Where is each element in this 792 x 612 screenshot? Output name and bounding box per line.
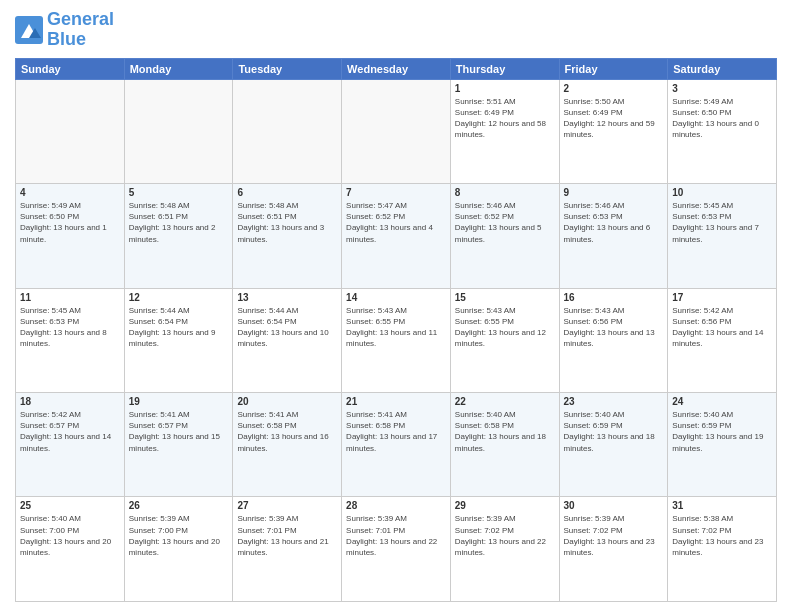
- day-number: 2: [564, 83, 664, 94]
- day-number: 25: [20, 500, 120, 511]
- calendar-cell: 20Sunrise: 5:41 AM Sunset: 6:58 PM Dayli…: [233, 393, 342, 497]
- calendar-cell: 28Sunrise: 5:39 AM Sunset: 7:01 PM Dayli…: [342, 497, 451, 602]
- cell-info: Sunrise: 5:40 AM Sunset: 6:58 PM Dayligh…: [455, 409, 555, 454]
- day-number: 19: [129, 396, 229, 407]
- cell-info: Sunrise: 5:48 AM Sunset: 6:51 PM Dayligh…: [237, 200, 337, 245]
- calendar-cell: 3Sunrise: 5:49 AM Sunset: 6:50 PM Daylig…: [668, 79, 777, 183]
- weekday-header-thursday: Thursday: [450, 58, 559, 79]
- calendar-cell: 4Sunrise: 5:49 AM Sunset: 6:50 PM Daylig…: [16, 184, 125, 288]
- cell-info: Sunrise: 5:48 AM Sunset: 6:51 PM Dayligh…: [129, 200, 229, 245]
- calendar-cell: 9Sunrise: 5:46 AM Sunset: 6:53 PM Daylig…: [559, 184, 668, 288]
- calendar-cell: 31Sunrise: 5:38 AM Sunset: 7:02 PM Dayli…: [668, 497, 777, 602]
- calendar-cell: 16Sunrise: 5:43 AM Sunset: 6:56 PM Dayli…: [559, 288, 668, 392]
- day-number: 27: [237, 500, 337, 511]
- cell-info: Sunrise: 5:45 AM Sunset: 6:53 PM Dayligh…: [672, 200, 772, 245]
- calendar-cell: 21Sunrise: 5:41 AM Sunset: 6:58 PM Dayli…: [342, 393, 451, 497]
- calendar-cell: [124, 79, 233, 183]
- calendar-cell: 22Sunrise: 5:40 AM Sunset: 6:58 PM Dayli…: [450, 393, 559, 497]
- day-number: 12: [129, 292, 229, 303]
- day-number: 31: [672, 500, 772, 511]
- cell-info: Sunrise: 5:39 AM Sunset: 7:01 PM Dayligh…: [237, 513, 337, 558]
- cell-info: Sunrise: 5:42 AM Sunset: 6:56 PM Dayligh…: [672, 305, 772, 350]
- calendar-cell: 13Sunrise: 5:44 AM Sunset: 6:54 PM Dayli…: [233, 288, 342, 392]
- calendar-cell: 17Sunrise: 5:42 AM Sunset: 6:56 PM Dayli…: [668, 288, 777, 392]
- cell-info: Sunrise: 5:46 AM Sunset: 6:52 PM Dayligh…: [455, 200, 555, 245]
- cell-info: Sunrise: 5:39 AM Sunset: 7:01 PM Dayligh…: [346, 513, 446, 558]
- day-number: 26: [129, 500, 229, 511]
- calendar-cell: 19Sunrise: 5:41 AM Sunset: 6:57 PM Dayli…: [124, 393, 233, 497]
- day-number: 21: [346, 396, 446, 407]
- calendar-cell: [16, 79, 125, 183]
- cell-info: Sunrise: 5:43 AM Sunset: 6:56 PM Dayligh…: [564, 305, 664, 350]
- day-number: 6: [237, 187, 337, 198]
- calendar-cell: [233, 79, 342, 183]
- day-number: 13: [237, 292, 337, 303]
- cell-info: Sunrise: 5:45 AM Sunset: 6:53 PM Dayligh…: [20, 305, 120, 350]
- cell-info: Sunrise: 5:40 AM Sunset: 6:59 PM Dayligh…: [564, 409, 664, 454]
- day-number: 20: [237, 396, 337, 407]
- calendar-table: SundayMondayTuesdayWednesdayThursdayFrid…: [15, 58, 777, 602]
- cell-info: Sunrise: 5:49 AM Sunset: 6:50 PM Dayligh…: [672, 96, 772, 141]
- cell-info: Sunrise: 5:44 AM Sunset: 6:54 PM Dayligh…: [129, 305, 229, 350]
- logo-icon: [15, 16, 43, 44]
- weekday-header-saturday: Saturday: [668, 58, 777, 79]
- calendar-cell: 29Sunrise: 5:39 AM Sunset: 7:02 PM Dayli…: [450, 497, 559, 602]
- cell-info: Sunrise: 5:44 AM Sunset: 6:54 PM Dayligh…: [237, 305, 337, 350]
- page: General Blue SundayMondayTuesdayWednesda…: [0, 0, 792, 612]
- calendar-cell: 2Sunrise: 5:50 AM Sunset: 6:49 PM Daylig…: [559, 79, 668, 183]
- cell-info: Sunrise: 5:39 AM Sunset: 7:00 PM Dayligh…: [129, 513, 229, 558]
- cell-info: Sunrise: 5:46 AM Sunset: 6:53 PM Dayligh…: [564, 200, 664, 245]
- calendar-cell: 18Sunrise: 5:42 AM Sunset: 6:57 PM Dayli…: [16, 393, 125, 497]
- weekday-header-friday: Friday: [559, 58, 668, 79]
- cell-info: Sunrise: 5:51 AM Sunset: 6:49 PM Dayligh…: [455, 96, 555, 141]
- cell-info: Sunrise: 5:38 AM Sunset: 7:02 PM Dayligh…: [672, 513, 772, 558]
- calendar-cell: 25Sunrise: 5:40 AM Sunset: 7:00 PM Dayli…: [16, 497, 125, 602]
- calendar-cell: 14Sunrise: 5:43 AM Sunset: 6:55 PM Dayli…: [342, 288, 451, 392]
- day-number: 14: [346, 292, 446, 303]
- calendar-cell: 7Sunrise: 5:47 AM Sunset: 6:52 PM Daylig…: [342, 184, 451, 288]
- calendar-cell: 8Sunrise: 5:46 AM Sunset: 6:52 PM Daylig…: [450, 184, 559, 288]
- cell-info: Sunrise: 5:41 AM Sunset: 6:57 PM Dayligh…: [129, 409, 229, 454]
- calendar-cell: 26Sunrise: 5:39 AM Sunset: 7:00 PM Dayli…: [124, 497, 233, 602]
- calendar-cell: 11Sunrise: 5:45 AM Sunset: 6:53 PM Dayli…: [16, 288, 125, 392]
- cell-info: Sunrise: 5:42 AM Sunset: 6:57 PM Dayligh…: [20, 409, 120, 454]
- weekday-header-monday: Monday: [124, 58, 233, 79]
- week-row-3: 11Sunrise: 5:45 AM Sunset: 6:53 PM Dayli…: [16, 288, 777, 392]
- day-number: 7: [346, 187, 446, 198]
- day-number: 24: [672, 396, 772, 407]
- day-number: 15: [455, 292, 555, 303]
- weekday-header-tuesday: Tuesday: [233, 58, 342, 79]
- cell-info: Sunrise: 5:49 AM Sunset: 6:50 PM Dayligh…: [20, 200, 120, 245]
- day-number: 29: [455, 500, 555, 511]
- calendar-cell: 30Sunrise: 5:39 AM Sunset: 7:02 PM Dayli…: [559, 497, 668, 602]
- cell-info: Sunrise: 5:47 AM Sunset: 6:52 PM Dayligh…: [346, 200, 446, 245]
- calendar-cell: 15Sunrise: 5:43 AM Sunset: 6:55 PM Dayli…: [450, 288, 559, 392]
- logo: General Blue: [15, 10, 114, 50]
- day-number: 30: [564, 500, 664, 511]
- cell-info: Sunrise: 5:40 AM Sunset: 6:59 PM Dayligh…: [672, 409, 772, 454]
- day-number: 28: [346, 500, 446, 511]
- cell-info: Sunrise: 5:50 AM Sunset: 6:49 PM Dayligh…: [564, 96, 664, 141]
- day-number: 3: [672, 83, 772, 94]
- day-number: 22: [455, 396, 555, 407]
- weekday-header-wednesday: Wednesday: [342, 58, 451, 79]
- day-number: 11: [20, 292, 120, 303]
- day-number: 17: [672, 292, 772, 303]
- day-number: 5: [129, 187, 229, 198]
- calendar-cell: 5Sunrise: 5:48 AM Sunset: 6:51 PM Daylig…: [124, 184, 233, 288]
- cell-info: Sunrise: 5:43 AM Sunset: 6:55 PM Dayligh…: [455, 305, 555, 350]
- week-row-5: 25Sunrise: 5:40 AM Sunset: 7:00 PM Dayli…: [16, 497, 777, 602]
- day-number: 16: [564, 292, 664, 303]
- weekday-header-sunday: Sunday: [16, 58, 125, 79]
- day-number: 1: [455, 83, 555, 94]
- logo-text: General Blue: [47, 10, 114, 50]
- week-row-2: 4Sunrise: 5:49 AM Sunset: 6:50 PM Daylig…: [16, 184, 777, 288]
- cell-info: Sunrise: 5:43 AM Sunset: 6:55 PM Dayligh…: [346, 305, 446, 350]
- cell-info: Sunrise: 5:39 AM Sunset: 7:02 PM Dayligh…: [564, 513, 664, 558]
- calendar-cell: 24Sunrise: 5:40 AM Sunset: 6:59 PM Dayli…: [668, 393, 777, 497]
- calendar-cell: 23Sunrise: 5:40 AM Sunset: 6:59 PM Dayli…: [559, 393, 668, 497]
- weekday-header-row: SundayMondayTuesdayWednesdayThursdayFrid…: [16, 58, 777, 79]
- calendar-cell: 12Sunrise: 5:44 AM Sunset: 6:54 PM Dayli…: [124, 288, 233, 392]
- day-number: 4: [20, 187, 120, 198]
- calendar-cell: 27Sunrise: 5:39 AM Sunset: 7:01 PM Dayli…: [233, 497, 342, 602]
